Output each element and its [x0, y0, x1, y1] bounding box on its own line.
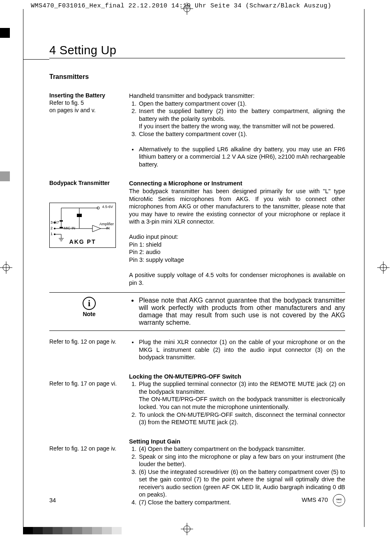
diagram-label: 3: [51, 220, 53, 225]
pinout-line: Pin 3: supply voltage: [129, 256, 345, 264]
margin-ref: on pages iv and v.: [49, 107, 129, 114]
list-item: To unlock the ON-MUTE/PRG-OFF switch, di…: [138, 411, 345, 426]
chapter-title: 4 Setting Up: [49, 44, 345, 58]
list-item: Open the battery compartment cover (1).: [138, 100, 345, 108]
bullet-list: Please note that AKG cannot guarantee th…: [129, 297, 345, 326]
diagram-label: 1: [51, 232, 53, 237]
list-item: Close the battery compartment cover (1).: [138, 130, 345, 138]
list-item: Please note that AKG cannot guarantee th…: [138, 297, 345, 326]
note-label: Note: [83, 311, 95, 317]
bullet-list: Alternatively to the supplied LR6 alkali…: [129, 146, 345, 169]
akg-logo-icon: AKG: [333, 494, 345, 506]
color-calibration-bar: [23, 527, 122, 534]
page-number: 34: [49, 497, 56, 504]
margin-note: Refer to fig. 17 on page vi.: [49, 373, 129, 426]
registration-mark-icon: [0, 261, 12, 274]
pinout-heading: Audio input pinout:: [129, 233, 345, 241]
page-content: 4 Setting Up Transmitters Inserting the …: [49, 44, 345, 518]
diagram-label: IN: [106, 226, 110, 231]
info-icon: i: [83, 297, 96, 310]
list-item: Alternatively to the supplied LR6 alkali…: [138, 146, 345, 169]
svg-rect-18: [77, 214, 82, 217]
intro-line: Handheld transmitter and bodypack transm…: [129, 92, 345, 100]
paragraph: The bodypack transmitter has been design…: [129, 187, 345, 226]
body-text: Locking the ON-MUTE/PRG-OFF Switch Plug …: [129, 373, 345, 426]
margin-note: Inserting the Battery Refer to fig. 5 on…: [49, 92, 129, 168]
sub-heading: Setting Input Gain: [129, 438, 345, 446]
body-text: Plug the mini XLR connector (1) on the c…: [129, 338, 345, 361]
margin-heading: Inserting the Battery: [49, 92, 129, 99]
margin-note: Refer to fig. 12 on page iv.: [49, 338, 129, 361]
svg-point-22: [54, 228, 55, 229]
sub-heading: Locking the ON-MUTE/PRG-OFF Switch: [129, 373, 345, 381]
block-battery: Inserting the Battery Refer to fig. 5 on…: [49, 92, 345, 168]
block-plug: Refer to fig. 12 on page iv. Plug the mi…: [49, 338, 345, 361]
block-bodypack: Bodypack Transmitter: [49, 180, 345, 286]
svg-rect-16: [60, 227, 63, 228]
registration-gray-square: [0, 171, 10, 181]
page-footer: 34 WMS 470 AKG: [49, 494, 345, 506]
diagram-label: 2: [51, 226, 53, 231]
list-item: Plug the supplied terminal connector (3)…: [138, 380, 345, 411]
list-item: Plug the mini XLR connector (1) on the c…: [138, 338, 345, 361]
diagram-brand: AKG PT: [50, 238, 115, 246]
diagram-label: 4.5-6V: [102, 205, 113, 210]
chapter-rule: [23, 59, 49, 60]
crop-rule-right: [364, 9, 364, 527]
pinout-line: Pin 1: shield: [129, 241, 345, 249]
bullet-list: Plug the mini XLR connector (1) on the c…: [129, 338, 345, 361]
svg-rect-14: [60, 220, 63, 222]
crop-rule-left: [23, 9, 23, 527]
diagram-label: 4k7: [53, 220, 59, 225]
body-text: Handheld transmitter and bodypack transm…: [129, 92, 345, 168]
diagram-label: MIC IN: [64, 226, 75, 231]
registration-mark-icon: [181, 523, 193, 535]
footer-model: WMS 470 AKG: [302, 494, 345, 506]
note-box: i Note Please note that AKG cannot guara…: [49, 292, 345, 331]
list-item: Speak or sing into the microphone or pla…: [138, 453, 345, 468]
ordered-list: Plug the supplied terminal connector (3)…: [129, 380, 345, 426]
manual-page: WMS470_F031016_Hex_final 22.12.2010 14:1…: [0, 0, 392, 536]
note-label-area: i Note: [49, 297, 129, 326]
margin-ref: Refer to fig. 5: [49, 99, 129, 107]
sub-heading: Connecting a Microphone or Instrument: [129, 180, 345, 187]
ordered-list: Open the battery compartment cover (1). …: [129, 100, 345, 138]
margin-heading: Bodypack Transmitter: [49, 180, 129, 187]
list-item: (4) Open the battery compartment on the …: [138, 445, 345, 453]
pinout-diagram: 4.5-6V 4k7 3 2 1 MIC IN Amplifier IN AKG…: [49, 203, 116, 248]
pinout-line: Pin 2: audio: [129, 248, 345, 256]
registration-mark-icon: [181, 2, 193, 15]
note-body: Please note that AKG cannot guarantee th…: [129, 297, 345, 326]
registration-black-square: [0, 28, 10, 38]
registration-mark-icon: [377, 261, 390, 274]
print-job-header: WMS470_F031016_Hex_final 22.12.2010 14:1…: [0, 0, 392, 12]
svg-text:AKG: AKG: [336, 498, 342, 501]
body-text: Connecting a Microphone or Instrument Th…: [129, 180, 345, 286]
margin-note: Bodypack Transmitter: [49, 180, 129, 286]
block-lock: Refer to fig. 17 on page vi. Locking the…: [49, 373, 345, 426]
list-item: Insert the supplied battery (2) into the…: [138, 107, 345, 130]
section-title: Transmitters: [49, 73, 345, 81]
paragraph: A positive supply voltage of 4.5 volts f…: [129, 271, 345, 286]
